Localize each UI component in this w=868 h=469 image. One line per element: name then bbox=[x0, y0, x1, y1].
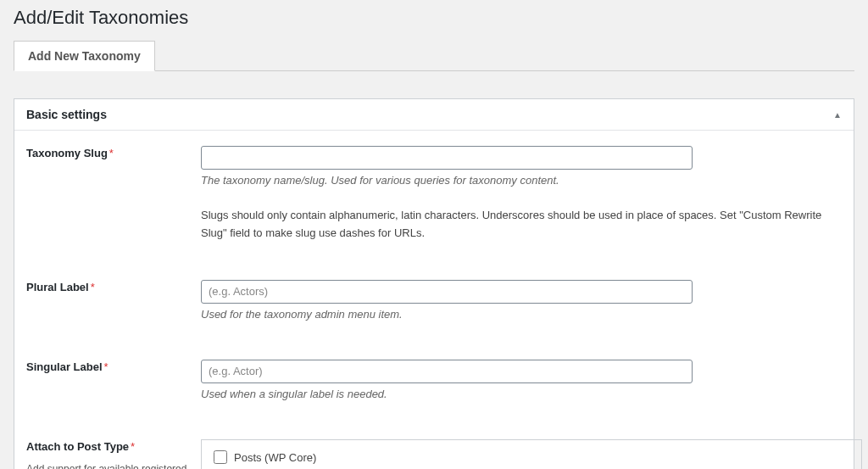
field-label-col: Plural Label* bbox=[26, 280, 201, 295]
tab-add-new-taxonomy[interactable]: Add New Taxonomy bbox=[14, 41, 155, 71]
basic-settings-panel: Basic settings ▲ Taxonomy Slug* The taxo… bbox=[14, 98, 854, 469]
checkbox-row-posts: Posts (WP Core) bbox=[214, 450, 849, 464]
label-text: Taxonomy Slug bbox=[26, 147, 108, 159]
singular-label-label: Singular Label* bbox=[26, 360, 108, 373]
field-label-col: Taxonomy Slug* bbox=[26, 146, 201, 161]
field-row-plural: Plural Label* Used for the taxonomy admi… bbox=[26, 280, 842, 322]
taxonomy-slug-label: Taxonomy Slug* bbox=[26, 147, 114, 159]
field-label-col: Singular Label* bbox=[26, 360, 201, 375]
label-text: Attach to Post Type bbox=[26, 440, 129, 453]
label-text: Plural Label bbox=[26, 281, 89, 293]
plural-label-desc: Used for the taxonomy admin menu item. bbox=[201, 307, 842, 322]
checkbox-posts-label[interactable]: Posts (WP Core) bbox=[234, 451, 316, 464]
taxonomy-slug-desc: The taxonomy name/slug. Used for various… bbox=[201, 173, 842, 188]
field-control-col: Used for the taxonomy admin menu item. bbox=[201, 280, 842, 322]
taxonomy-slug-note: Slugs should only contain alphanumeric, … bbox=[201, 207, 842, 243]
label-text: Singular Label bbox=[26, 360, 103, 373]
page-title: Add/Edit Taxonomies bbox=[14, 7, 854, 29]
field-row-attach: Attach to Post Type* Add support for ava… bbox=[26, 439, 842, 469]
required-star: * bbox=[109, 147, 114, 159]
plural-label-label: Plural Label* bbox=[26, 281, 95, 293]
field-label-col: Attach to Post Type* Add support for ava… bbox=[26, 439, 201, 469]
plural-label-input[interactable] bbox=[201, 280, 693, 304]
tabs-row: Add New Taxonomy bbox=[14, 41, 854, 71]
required-star: * bbox=[91, 281, 95, 293]
singular-label-desc: Used when a singular label is needed. bbox=[201, 387, 842, 402]
field-control-col: The taxonomy name/slug. Used for various… bbox=[201, 146, 842, 243]
panel-header[interactable]: Basic settings ▲ bbox=[14, 99, 854, 131]
taxonomy-slug-input[interactable] bbox=[201, 146, 693, 170]
chevron-up-icon: ▲ bbox=[833, 110, 842, 120]
field-control-col: Posts (WP Core) Pages (WP Core) Media (W… bbox=[201, 439, 862, 469]
required-star: * bbox=[104, 360, 108, 373]
panel-title: Basic settings bbox=[26, 108, 107, 121]
field-control-col: Used when a singular label is needed. bbox=[201, 360, 842, 402]
attach-post-type-sub: Add support for available registered pos… bbox=[26, 461, 192, 469]
panel-body: Taxonomy Slug* The taxonomy name/slug. U… bbox=[14, 131, 854, 469]
singular-label-input[interactable] bbox=[201, 360, 693, 383]
attach-post-type-label: Attach to Post Type* bbox=[26, 440, 135, 453]
required-star: * bbox=[131, 440, 135, 453]
field-row-slug: Taxonomy Slug* The taxonomy name/slug. U… bbox=[26, 146, 842, 243]
attach-checkbox-group: Posts (WP Core) Pages (WP Core) Media (W… bbox=[201, 439, 862, 469]
checkbox-posts[interactable] bbox=[214, 450, 227, 464]
field-row-singular: Singular Label* Used when a singular lab… bbox=[26, 360, 842, 402]
